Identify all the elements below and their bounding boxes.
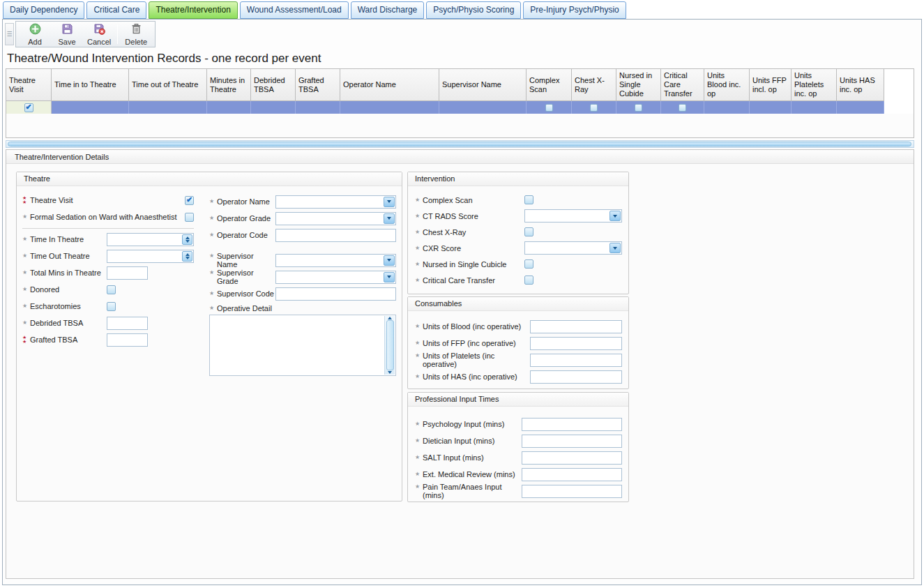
spin-down-icon[interactable] bbox=[185, 240, 190, 243]
add-button[interactable]: Add bbox=[19, 22, 51, 46]
time-spinner-buttons[interactable] bbox=[182, 251, 192, 262]
dietician-input-mins-input[interactable] bbox=[522, 435, 622, 448]
supervisor-grade-dropdown[interactable] bbox=[275, 271, 396, 284]
toolbar-grip-icon[interactable]: ☰ bbox=[5, 23, 14, 45]
chest-x-ray-row-checkbox[interactable] bbox=[590, 104, 598, 112]
column-header-complex-scan[interactable]: Complex Scan bbox=[527, 69, 572, 101]
row-cell-units-blood[interactable] bbox=[704, 101, 750, 114]
row-cell-minutes-in-theatre[interactable] bbox=[207, 101, 251, 114]
grid-horizontal-scrollbar[interactable] bbox=[6, 140, 914, 148]
row-cell-units-ffp[interactable] bbox=[750, 101, 792, 114]
debrided-tbsa-input[interactable] bbox=[107, 317, 148, 330]
tab-pre-injury-psych-physio[interactable]: Pre-Injury Psych/Physio bbox=[523, 1, 626, 19]
column-header-time-in-to-theatre[interactable]: Time in to Theatre bbox=[52, 69, 129, 101]
grafted-tbsa-input[interactable] bbox=[107, 333, 148, 347]
save-button[interactable]: Save bbox=[51, 22, 83, 46]
column-header-chest-x-ray[interactable]: Chest X-Ray bbox=[572, 69, 616, 101]
row-cell-grafted-tbsa[interactable] bbox=[296, 101, 340, 114]
units-of-has-input[interactable] bbox=[530, 370, 622, 384]
row-cell-chest-x-ray[interactable] bbox=[572, 101, 616, 114]
tab-daily-dependency[interactable]: Daily Dependency bbox=[3, 1, 84, 19]
column-header-minutes-in-theatre[interactable]: Minutes in Theatre bbox=[207, 69, 251, 101]
salt-input-mins-input[interactable] bbox=[522, 451, 622, 465]
critical-care-transfer-row-checkbox[interactable] bbox=[679, 104, 686, 112]
column-header-critical-care-transfer[interactable]: Critical Care Transfer bbox=[661, 69, 704, 101]
scrollbar-thumb[interactable] bbox=[8, 142, 911, 146]
units-of-platelets-input[interactable] bbox=[530, 354, 622, 367]
operator-name-dropdown[interactable] bbox=[275, 195, 396, 209]
theatre-visit-row-checkbox[interactable] bbox=[24, 103, 33, 112]
ct-rads-score-dropdown[interactable] bbox=[524, 209, 622, 223]
row-cell-time-out-of-theatre[interactable] bbox=[129, 101, 207, 114]
units-of-ffp-input[interactable] bbox=[530, 337, 622, 350]
tab-theatre-intervention[interactable]: Theatre/Intervention bbox=[149, 1, 237, 19]
chevron-down-icon[interactable] bbox=[384, 213, 395, 224]
spin-up-icon[interactable] bbox=[185, 236, 190, 239]
supervisor-name-dropdown[interactable] bbox=[275, 254, 396, 267]
row-cell-supervisor-name[interactable] bbox=[439, 101, 527, 114]
row-cell-nursed-in-single-cubide[interactable] bbox=[616, 101, 661, 114]
chevron-down-icon[interactable] bbox=[384, 197, 395, 207]
chevron-down-icon[interactable] bbox=[609, 211, 621, 221]
time-in-theatre-input[interactable] bbox=[107, 233, 194, 246]
nursed-in-single-cubide-row-checkbox[interactable] bbox=[635, 104, 642, 112]
total-mins-in-theatre-input[interactable] bbox=[107, 266, 148, 280]
tab-wound-assessment-load[interactable]: Wound Assessment/Load bbox=[240, 1, 349, 19]
units-of-blood-input[interactable] bbox=[530, 320, 622, 333]
field-donored: Donored bbox=[22, 281, 194, 298]
spin-down-icon[interactable] bbox=[185, 257, 190, 259]
tab-ward-discharge[interactable]: Ward Discharge bbox=[351, 1, 425, 19]
selected-record-row[interactable] bbox=[6, 101, 914, 114]
scroll-down-icon[interactable] bbox=[388, 371, 392, 374]
row-cell-theatre-visit[interactable] bbox=[6, 101, 52, 114]
column-header-units-blood[interactable]: Units Blood inc. op bbox=[704, 69, 750, 101]
column-header-time-out-of-theatre[interactable]: Time out of Theatre bbox=[129, 69, 207, 101]
row-cell-critical-care-transfer[interactable] bbox=[661, 101, 704, 114]
chevron-down-icon[interactable] bbox=[384, 272, 395, 282]
operator-code-input[interactable] bbox=[275, 229, 396, 242]
column-header-theatre-visit[interactable]: Theatre Visit bbox=[6, 69, 52, 101]
chest-x-ray-checkbox[interactable] bbox=[524, 227, 533, 236]
operator-grade-dropdown[interactable] bbox=[275, 212, 396, 225]
formal-sedation-checkbox[interactable] bbox=[185, 213, 194, 222]
column-header-grafted-tbsa[interactable]: Grafted TBSA bbox=[296, 69, 340, 101]
textarea-scrollbar[interactable] bbox=[384, 316, 395, 375]
escharotomies-checkbox[interactable] bbox=[107, 302, 116, 311]
scroll-up-icon[interactable] bbox=[388, 317, 392, 319]
column-header-debrided-tbsa[interactable]: Debrided TBSA bbox=[251, 69, 296, 101]
critical-care-transfer-checkbox[interactable] bbox=[524, 276, 533, 285]
row-cell-units-has[interactable] bbox=[837, 101, 884, 114]
row-cell-units-platelets[interactable] bbox=[792, 101, 837, 114]
supervisor-code-input[interactable] bbox=[275, 287, 396, 301]
delete-button[interactable]: Delete bbox=[120, 22, 152, 46]
spin-up-icon[interactable] bbox=[185, 253, 190, 256]
pain-team-anaes-input-mins-input[interactable] bbox=[522, 485, 622, 498]
complex-scan-checkbox[interactable] bbox=[524, 195, 533, 204]
nursed-in-single-cubicle-checkbox[interactable] bbox=[524, 259, 533, 269]
ext-medical-review-mins-input[interactable] bbox=[522, 468, 622, 481]
tab-critical-care[interactable]: Critical Care bbox=[86, 1, 146, 19]
cancel-button[interactable]: Cancel bbox=[83, 22, 115, 46]
scrollbar-thumb[interactable] bbox=[386, 320, 394, 370]
psychology-input-mins-input[interactable] bbox=[522, 418, 622, 431]
chevron-down-icon[interactable] bbox=[384, 255, 395, 266]
column-header-operator-name[interactable]: Operator Name bbox=[340, 69, 439, 101]
chevron-down-icon[interactable] bbox=[609, 243, 621, 253]
row-cell-debrided-tbsa[interactable] bbox=[251, 101, 296, 114]
row-cell-operator-name[interactable] bbox=[340, 101, 439, 114]
time-spinner-buttons[interactable] bbox=[182, 234, 192, 245]
complex-scan-row-checkbox[interactable] bbox=[545, 104, 553, 112]
cxr-score-dropdown[interactable] bbox=[524, 241, 622, 255]
column-header-units-ffp[interactable]: Units FFP incl. op bbox=[750, 69, 792, 101]
column-header-units-platelets[interactable]: Units Platelets inc. op bbox=[792, 69, 837, 101]
column-header-nursed-in-single-cubide[interactable]: Nursed in Single Cubide bbox=[616, 69, 661, 101]
operative-detail-textarea[interactable] bbox=[210, 315, 384, 375]
row-cell-complex-scan[interactable] bbox=[527, 101, 572, 114]
column-header-units-has[interactable]: Units HAS inc. op bbox=[837, 69, 884, 101]
tab-psych-physio-scoring[interactable]: Psych/Physio Scoring bbox=[426, 1, 521, 19]
theatre-visit-checkbox[interactable] bbox=[185, 196, 194, 205]
donored-checkbox[interactable] bbox=[107, 285, 116, 294]
time-out-theatre-input[interactable] bbox=[107, 250, 194, 263]
column-header-supervisor-name[interactable]: Supervisor Name bbox=[439, 69, 527, 101]
row-cell-time-in-to-theatre[interactable] bbox=[52, 101, 129, 114]
